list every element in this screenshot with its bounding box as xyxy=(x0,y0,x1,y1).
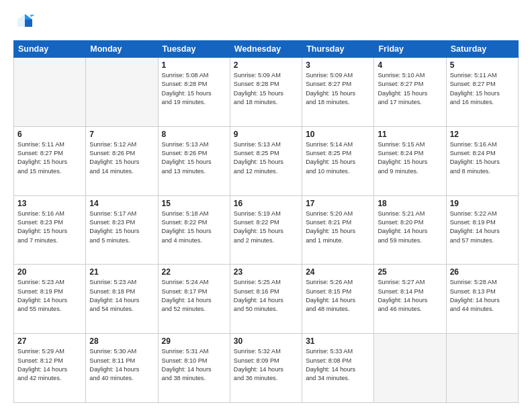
day-number: 5 xyxy=(450,60,515,70)
calendar-cell xyxy=(446,334,518,403)
day-info: Sunrise: 5:23 AM Sunset: 8:18 PM Dayligh… xyxy=(89,278,154,314)
day-info: Sunrise: 5:16 AM Sunset: 8:24 PM Dayligh… xyxy=(450,140,515,176)
day-number: 31 xyxy=(306,336,370,346)
calendar-cell: 16Sunrise: 5:19 AM Sunset: 8:22 PM Dayli… xyxy=(230,195,302,265)
day-number: 12 xyxy=(450,130,515,139)
calendar-cell: 12Sunrise: 5:16 AM Sunset: 8:24 PM Dayli… xyxy=(446,126,518,195)
day-info: Sunrise: 5:21 AM Sunset: 8:20 PM Dayligh… xyxy=(378,210,442,245)
day-info: Sunrise: 5:24 AM Sunset: 8:17 PM Dayligh… xyxy=(162,278,226,314)
day-number: 15 xyxy=(162,199,226,208)
day-number: 28 xyxy=(89,336,154,346)
day-info: Sunrise: 5:09 AM Sunset: 8:28 PM Dayligh… xyxy=(234,71,298,107)
day-number: 7 xyxy=(89,130,154,139)
weekday-header-saturday: Saturday xyxy=(446,41,518,58)
day-info: Sunrise: 5:29 AM Sunset: 8:12 PM Dayligh… xyxy=(17,347,82,383)
weekday-header-friday: Friday xyxy=(374,41,446,58)
day-number: 3 xyxy=(306,60,370,70)
day-info: Sunrise: 5:09 AM Sunset: 8:27 PM Dayligh… xyxy=(306,71,370,107)
day-info: Sunrise: 5:12 AM Sunset: 8:26 PM Dayligh… xyxy=(89,140,154,176)
day-number: 23 xyxy=(234,267,298,277)
calendar-cell: 15Sunrise: 5:18 AM Sunset: 8:22 PM Dayli… xyxy=(158,195,230,265)
calendar-cell: 26Sunrise: 5:28 AM Sunset: 8:13 PM Dayli… xyxy=(446,265,518,334)
day-number: 21 xyxy=(89,267,154,277)
calendar-cell: 18Sunrise: 5:21 AM Sunset: 8:20 PM Dayli… xyxy=(374,195,446,265)
weekday-header-monday: Monday xyxy=(86,41,158,58)
calendar-cell: 8Sunrise: 5:13 AM Sunset: 8:26 PM Daylig… xyxy=(158,126,230,195)
day-info: Sunrise: 5:33 AM Sunset: 8:08 PM Dayligh… xyxy=(306,347,370,383)
calendar-cell: 6Sunrise: 5:11 AM Sunset: 8:27 PM Daylig… xyxy=(14,126,86,195)
calendar-cell: 4Sunrise: 5:10 AM Sunset: 8:27 PM Daylig… xyxy=(374,58,446,127)
week-row-5: 27Sunrise: 5:29 AM Sunset: 8:12 PM Dayli… xyxy=(14,334,519,403)
calendar-cell: 22Sunrise: 5:24 AM Sunset: 8:17 PM Dayli… xyxy=(158,265,230,334)
calendar-cell: 9Sunrise: 5:13 AM Sunset: 8:25 PM Daylig… xyxy=(230,126,302,195)
day-number: 24 xyxy=(306,267,370,277)
day-number: 20 xyxy=(17,267,82,277)
logo-icon xyxy=(15,12,34,31)
calendar-cell: 13Sunrise: 5:16 AM Sunset: 8:23 PM Dayli… xyxy=(14,195,86,265)
day-number: 1 xyxy=(162,60,226,70)
day-number: 2 xyxy=(234,60,298,70)
calendar-cell: 29Sunrise: 5:31 AM Sunset: 8:10 PM Dayli… xyxy=(158,334,230,403)
weekday-header-row: SundayMondayTuesdayWednesdayThursdayFrid… xyxy=(14,41,519,58)
day-info: Sunrise: 5:11 AM Sunset: 8:27 PM Dayligh… xyxy=(17,140,82,176)
day-info: Sunrise: 5:17 AM Sunset: 8:23 PM Dayligh… xyxy=(89,210,154,245)
weekday-header-wednesday: Wednesday xyxy=(230,41,302,58)
day-number: 9 xyxy=(234,130,298,139)
day-info: Sunrise: 5:08 AM Sunset: 8:28 PM Dayligh… xyxy=(162,71,226,107)
calendar-cell: 28Sunrise: 5:30 AM Sunset: 8:11 PM Dayli… xyxy=(86,334,158,403)
calendar-cell: 2Sunrise: 5:09 AM Sunset: 8:28 PM Daylig… xyxy=(230,58,302,127)
day-number: 16 xyxy=(234,199,298,208)
day-number: 19 xyxy=(450,199,515,208)
day-number: 8 xyxy=(162,130,226,139)
weekday-header-tuesday: Tuesday xyxy=(158,41,230,58)
calendar-cell: 10Sunrise: 5:14 AM Sunset: 8:25 PM Dayli… xyxy=(302,126,374,195)
calendar-table: SundayMondayTuesdayWednesdayThursdayFrid… xyxy=(13,40,519,403)
day-number: 26 xyxy=(450,267,515,277)
day-number: 4 xyxy=(378,60,442,70)
day-number: 25 xyxy=(378,267,442,277)
logo xyxy=(13,12,34,34)
day-info: Sunrise: 5:15 AM Sunset: 8:24 PM Dayligh… xyxy=(378,140,442,176)
day-info: Sunrise: 5:32 AM Sunset: 8:09 PM Dayligh… xyxy=(234,347,298,383)
calendar-cell: 23Sunrise: 5:25 AM Sunset: 8:16 PM Dayli… xyxy=(230,265,302,334)
day-info: Sunrise: 5:26 AM Sunset: 8:15 PM Dayligh… xyxy=(306,278,370,314)
calendar-cell: 17Sunrise: 5:20 AM Sunset: 8:21 PM Dayli… xyxy=(302,195,374,265)
day-info: Sunrise: 5:27 AM Sunset: 8:14 PM Dayligh… xyxy=(378,278,442,314)
day-number: 17 xyxy=(306,199,370,208)
day-info: Sunrise: 5:13 AM Sunset: 8:26 PM Dayligh… xyxy=(162,140,226,176)
day-number: 10 xyxy=(306,130,370,139)
calendar-cell: 3Sunrise: 5:09 AM Sunset: 8:27 PM Daylig… xyxy=(302,58,374,127)
day-info: Sunrise: 5:18 AM Sunset: 8:22 PM Dayligh… xyxy=(162,210,226,245)
header xyxy=(13,12,519,34)
day-info: Sunrise: 5:16 AM Sunset: 8:23 PM Dayligh… xyxy=(17,210,82,245)
calendar-cell: 1Sunrise: 5:08 AM Sunset: 8:28 PM Daylig… xyxy=(158,58,230,127)
svg-marker-2 xyxy=(25,19,32,27)
week-row-1: 1Sunrise: 5:08 AM Sunset: 8:28 PM Daylig… xyxy=(14,58,519,127)
day-info: Sunrise: 5:22 AM Sunset: 8:19 PM Dayligh… xyxy=(450,210,515,245)
day-number: 6 xyxy=(17,130,82,139)
calendar-cell: 19Sunrise: 5:22 AM Sunset: 8:19 PM Dayli… xyxy=(446,195,518,265)
calendar-cell xyxy=(374,334,446,403)
week-row-3: 13Sunrise: 5:16 AM Sunset: 8:23 PM Dayli… xyxy=(14,195,519,265)
day-info: Sunrise: 5:11 AM Sunset: 8:27 PM Dayligh… xyxy=(450,71,515,107)
day-number: 18 xyxy=(378,199,442,208)
day-number: 30 xyxy=(234,336,298,346)
day-info: Sunrise: 5:25 AM Sunset: 8:16 PM Dayligh… xyxy=(234,278,298,314)
calendar-cell xyxy=(86,58,158,127)
calendar-cell: 7Sunrise: 5:12 AM Sunset: 8:26 PM Daylig… xyxy=(86,126,158,195)
day-info: Sunrise: 5:19 AM Sunset: 8:22 PM Dayligh… xyxy=(234,210,298,245)
day-info: Sunrise: 5:30 AM Sunset: 8:11 PM Dayligh… xyxy=(89,347,154,383)
day-info: Sunrise: 5:31 AM Sunset: 8:10 PM Dayligh… xyxy=(162,347,226,383)
day-number: 11 xyxy=(378,130,442,139)
calendar-cell: 21Sunrise: 5:23 AM Sunset: 8:18 PM Dayli… xyxy=(86,265,158,334)
day-number: 13 xyxy=(17,199,82,208)
day-info: Sunrise: 5:14 AM Sunset: 8:25 PM Dayligh… xyxy=(306,140,370,176)
page: SundayMondayTuesdayWednesdayThursdayFrid… xyxy=(0,0,532,411)
weekday-header-thursday: Thursday xyxy=(302,41,374,58)
calendar-cell: 27Sunrise: 5:29 AM Sunset: 8:12 PM Dayli… xyxy=(14,334,86,403)
svg-marker-3 xyxy=(17,14,25,27)
calendar-cell: 24Sunrise: 5:26 AM Sunset: 8:15 PM Dayli… xyxy=(302,265,374,334)
calendar-cell: 30Sunrise: 5:32 AM Sunset: 8:09 PM Dayli… xyxy=(230,334,302,403)
day-number: 29 xyxy=(162,336,226,346)
calendar-cell xyxy=(14,58,86,127)
